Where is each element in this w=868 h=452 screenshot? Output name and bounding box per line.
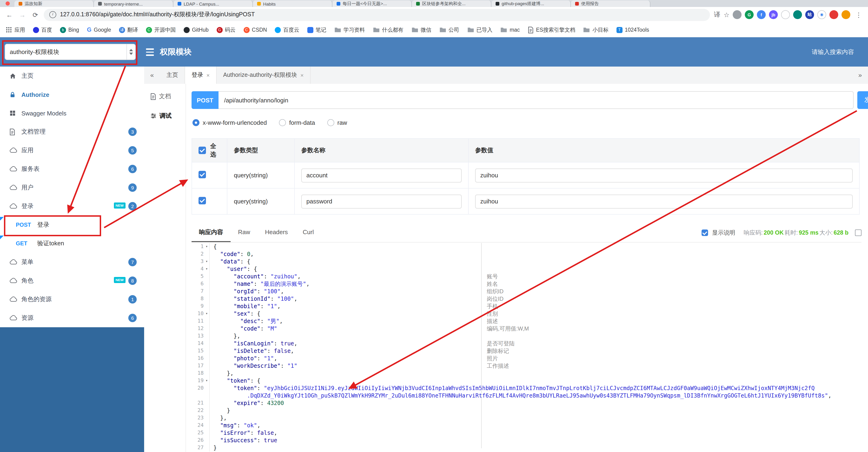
sidebar-item-doc-manage[interactable]: 文档管理3 [0, 122, 144, 141]
fullscreen-icon[interactable] [855, 229, 862, 236]
content-type-radio[interactable]: raw [327, 119, 347, 126]
bookmark-item[interactable]: 小目标 [583, 26, 609, 33]
fold-icon[interactable]: ▾ [204, 377, 209, 385]
sidebar-item-get-verify-token[interactable]: GET验证token [0, 234, 144, 253]
response-tab[interactable]: Headers [257, 223, 295, 242]
bookmark-item[interactable]: 应用 [6, 26, 25, 33]
header-search-input[interactable]: 请输入搜索内容 [812, 37, 854, 66]
shield-extension-icon[interactable] [793, 10, 802, 19]
sidebar-item-role-resource[interactable]: 角色的资源1 [0, 290, 144, 309]
bookmark-item[interactable]: 已导入 [467, 26, 493, 33]
bookmark-item[interactable]: C开源中国 [146, 26, 176, 33]
bookmark-item[interactable]: 什么都有 [373, 26, 404, 33]
tab-close-icon[interactable]: × [207, 72, 210, 79]
param-value-input[interactable]: zuihou [475, 194, 852, 208]
browser-tab[interactable]: 温故知新 [14, 0, 94, 7]
bookmark-item[interactable]: 笔记 [307, 26, 327, 33]
content-type-radio[interactable]: form-data [279, 119, 315, 126]
translate-icon[interactable]: 译 [714, 10, 720, 19]
forward-icon[interactable]: → [18, 11, 27, 19]
address-bar[interactable]: i 127.0.0.1:8760/api/gate/doc.html#/auth… [44, 9, 710, 21]
extension-icon[interactable]: G [745, 10, 754, 19]
bookmark-item[interactable]: 百度云 [275, 26, 300, 33]
sidebar-item-swagger-models[interactable]: Swagger Models [0, 104, 144, 122]
bookmark-star-icon[interactable]: ☆ [724, 11, 730, 19]
sidebar-item-resource[interactable]: 资源6 [0, 309, 144, 327]
extension-icon[interactable] [829, 10, 838, 19]
extension-icon[interactable] [733, 10, 742, 19]
sidebar-item-home[interactable]: 主页 [0, 66, 144, 85]
bookmark-item[interactable]: 微信 [411, 26, 431, 33]
bookmark-item[interactable]: 学习资料 [334, 26, 365, 33]
tab-close-icon[interactable]: × [300, 72, 304, 79]
extension-icon[interactable] [781, 10, 790, 19]
content-tab[interactable]: 主页 [160, 66, 185, 84]
bookmark-item[interactable]: T1024Tools [617, 27, 649, 33]
content-tab[interactable]: 登录× [185, 66, 217, 84]
profile-avatar[interactable] [841, 10, 850, 19]
response-tab[interactable]: Raw [230, 223, 257, 242]
tabs-scroll-right-icon[interactable]: » [852, 66, 868, 84]
sidebar-item-service[interactable]: 服务表6 [0, 160, 144, 178]
response-tab[interactable]: Curl [295, 223, 321, 242]
bookmark-item[interactable]: 百度 [33, 26, 52, 33]
tabs-scroll-left-icon[interactable]: « [144, 66, 160, 84]
bookmark-item[interactable]: 译翻译 [119, 26, 138, 33]
reload-icon[interactable]: ⟳ [31, 11, 40, 19]
code-line: 26 "isSuccess": true [186, 436, 868, 444]
sidebar-item-user[interactable]: 用户9 [0, 178, 144, 197]
sidebar-item-role[interactable]: 角色NEW8 [0, 272, 144, 290]
fold-icon[interactable]: ▾ [204, 243, 209, 250]
browser-tab[interactable]: temporary-interne... [94, 0, 174, 7]
fold-icon[interactable]: ▾ [204, 258, 209, 265]
module-select[interactable]: authority-权限模块 [5, 44, 136, 60]
browser-tab[interactable]: 区块链参考架构和全... [412, 0, 491, 7]
bookmark-item[interactable]: mac [500, 27, 520, 33]
sidebar-item-app[interactable]: 应用5 [0, 141, 144, 160]
param-name-input[interactable]: password [301, 194, 462, 208]
browser-tab[interactable]: 每日一题<今日无题>... [333, 0, 412, 7]
sidebar-item-menu[interactable]: 菜单7 [0, 253, 144, 272]
bookmark-item[interactable]: ES搜索引擎文档 [528, 26, 575, 33]
code-line: 1▾{ [186, 243, 868, 250]
browser-tab[interactable]: github-pages搭建博... [491, 0, 571, 7]
browser-tab[interactable]: LDAP - Campus... [174, 0, 253, 7]
bookmark-item[interactable]: 公司 [439, 26, 459, 33]
param-value-input[interactable]: zuihou [475, 168, 852, 182]
extension-icon[interactable]: 站 [805, 10, 814, 19]
doc-nav-item-调试[interactable]: 调试 [144, 106, 186, 126]
sidebar-item-post-login[interactable]: POST登录 [0, 216, 144, 234]
fold-icon[interactable]: ▾ [204, 265, 209, 273]
endpoint-path-input[interactable]: /api/authority/anno/login [218, 91, 854, 109]
sidebar-item-login[interactable]: 登录NEW2 [0, 197, 144, 216]
select-all-checkbox[interactable] [198, 147, 206, 154]
extension-icon[interactable]: f [757, 10, 766, 19]
show-desc-checkbox[interactable] [701, 229, 708, 236]
page-info-icon[interactable]: i [49, 11, 56, 18]
extension-icon[interactable]: ✳ [817, 10, 826, 19]
content-tab[interactable]: Authorize-authority-权限模块× [217, 66, 311, 84]
bookmark-item[interactable]: CCSDN [243, 27, 267, 33]
response-tab[interactable]: 响应内容 [191, 223, 230, 242]
sidebar-item-authorize[interactable]: Authorize [0, 85, 144, 104]
content-type-radio[interactable]: x-www-form-urlencoded [192, 119, 267, 126]
bookmark-label: CSDN [252, 27, 267, 33]
gutter: 15 [186, 347, 210, 355]
extension-icon[interactable]: jb [769, 10, 778, 19]
browser-tab[interactable]: Habits [253, 0, 333, 7]
send-button[interactable]: 发 [857, 91, 868, 109]
menu-toggle-icon[interactable] [146, 49, 154, 56]
browser-menu-icon[interactable]: ⋮ [854, 11, 863, 19]
doc-nav-item-文档[interactable]: 文档 [144, 87, 186, 106]
bookmark-item[interactable]: G码云 [216, 26, 236, 33]
bookmark-item[interactable]: GGoogle [87, 27, 111, 33]
row-checkbox[interactable] [198, 197, 206, 204]
fold-icon[interactable]: ▾ [204, 310, 209, 317]
param-name-input[interactable]: account [301, 168, 462, 182]
browser-tab[interactable]: 使用报告 [571, 0, 650, 7]
row-checkbox[interactable] [198, 171, 206, 178]
bookmark-item[interactable]: GitHub [184, 27, 209, 33]
back-icon[interactable]: ← [5, 11, 14, 19]
window-close-button[interactable] [6, 1, 10, 6]
bookmark-item[interactable]: bBing [60, 27, 79, 33]
